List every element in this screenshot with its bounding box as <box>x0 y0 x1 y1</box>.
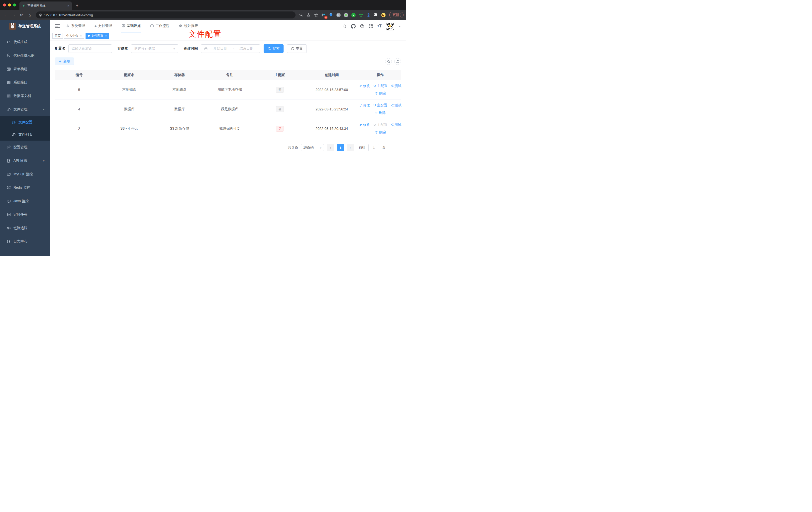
prev-page-button[interactable]: ‹ <box>327 144 334 151</box>
master-link[interactable]: 主配置 <box>373 103 387 108</box>
sidebar-item-log-center[interactable]: 日志中心 <box>0 235 50 248</box>
sidebar-item-form-builder[interactable]: 表单构建 <box>0 62 50 76</box>
refresh-table-button[interactable] <box>394 58 401 65</box>
close-icon[interactable]: ✕ <box>105 34 107 37</box>
sidebar-item-java-monitor[interactable]: Java 监控 <box>0 194 50 208</box>
profile-avatar-emoji[interactable] <box>381 12 386 18</box>
sidebar-item-file-mgmt[interactable]: 文件管理 ∧ <box>0 103 50 116</box>
github-icon[interactable] <box>351 24 356 29</box>
user-avatar-qr[interactable] <box>386 22 394 30</box>
next-page-button[interactable]: › <box>347 144 354 151</box>
extension-dot-icon[interactable] <box>343 12 348 18</box>
storage-select[interactable]: 请选择存储器 ∨ <box>131 44 178 53</box>
nav-item-pay[interactable]: ¥ 支付管理 <box>94 20 113 32</box>
close-tab-icon[interactable]: × <box>67 4 69 8</box>
magnet-icon <box>373 104 376 107</box>
nav-item-label: 支付管理 <box>98 24 112 28</box>
extension-y-icon[interactable]: y <box>351 12 356 18</box>
collapse-sidebar-icon[interactable] <box>55 24 60 28</box>
search-icon[interactable] <box>342 24 347 28</box>
avatar-dropdown-caret-icon[interactable] <box>399 26 401 28</box>
sidebar-item-mysql-monitor[interactable]: MySQL 监控 <box>0 168 50 181</box>
delete-link[interactable]: 删除 <box>375 91 386 96</box>
sidebar-item-config-mgmt[interactable]: 配置管理 <box>0 141 50 154</box>
fullscreen-icon[interactable] <box>369 24 373 28</box>
sidebar-item-api-log[interactable]: API 日志 ∨ <box>0 154 50 168</box>
app-logo-row[interactable]: 芋道管理系统 <box>0 20 50 32</box>
site-info-icon[interactable] <box>39 13 42 17</box>
browser-chrome: 芋道管理系统 × + ← → ⟳ ⌂ 127.0.0.1:1024/infra/… <box>0 0 406 20</box>
forward-button[interactable]: → <box>10 13 17 17</box>
extension-tabs-icon[interactable]: 11 <box>321 12 326 18</box>
nav-item-infra[interactable]: 基础设施 <box>121 20 141 32</box>
sidebar-item-code-demo[interactable]: 代码生成示例 <box>0 49 50 62</box>
sidebar-item-file-list[interactable]: 文件列表 <box>0 128 50 141</box>
sidebar-item-redis-monitor[interactable]: Redis 监控 <box>0 181 50 194</box>
page-size-select[interactable]: 10条/页 ∨ <box>301 144 324 151</box>
back-button[interactable]: ← <box>2 13 9 17</box>
app-frame: 芋道管理系统 代码生成 代码生成示例 表单构建 系统接口 <box>0 20 406 256</box>
zoom-window-button[interactable] <box>13 3 16 6</box>
edit-link[interactable]: 修改 <box>359 103 370 108</box>
close-window-button[interactable] <box>3 3 6 6</box>
extension-star-icon[interactable] <box>358 12 364 18</box>
edit-link[interactable]: 修改 <box>359 84 370 88</box>
sidebar-item-file-config[interactable]: 文件配置 <box>0 116 50 128</box>
master-link[interactable]: 主配置 <box>373 84 387 88</box>
reset-button[interactable]: 重置 <box>287 44 307 53</box>
new-tab-button[interactable]: + <box>72 3 83 10</box>
search-button[interactable]: 搜索 <box>264 44 284 53</box>
extension-eye-icon[interactable] <box>366 12 371 18</box>
page-tab-profile[interactable]: 个人中心 ✕ <box>64 33 84 39</box>
chrome-update-button[interactable]: 更新 <box>389 12 404 18</box>
master-tag: 否 <box>276 106 284 112</box>
row-actions: 修改 主配置 测试 删除 <box>359 84 401 96</box>
password-key-icon[interactable] <box>298 12 303 18</box>
delete-link[interactable]: 删除 <box>375 130 386 134</box>
test-link[interactable]: 测试 <box>390 84 402 88</box>
extensions-puzzle-icon[interactable] <box>373 12 378 18</box>
reload-button[interactable]: ⟳ <box>19 13 25 17</box>
page-number-current[interactable]: 1 <box>337 144 344 151</box>
close-icon[interactable]: ✕ <box>80 34 82 37</box>
nav-item-workflow[interactable]: 工作流程 <box>150 20 170 32</box>
bookmark-star-icon[interactable] <box>314 12 318 18</box>
goto-page-input[interactable] <box>368 144 379 151</box>
search-button-label: 搜索 <box>272 47 280 51</box>
config-name-input[interactable] <box>71 47 109 51</box>
extension-command-icon[interactable]: ⌘ <box>336 12 341 18</box>
date-range-picker[interactable]: 开始日期 - 结束日期 <box>201 44 260 53</box>
end-date-placeholder[interactable]: 结束日期 <box>236 47 257 51</box>
sidebar-item-system-api[interactable]: 系统接口 <box>0 76 50 89</box>
address-bar[interactable]: 127.0.0.1:1024/infra/file/file-config <box>36 11 295 19</box>
delete-link[interactable]: 删除 <box>375 111 386 115</box>
browser-tabstrip: 芋道管理系统 × + <box>0 0 406 10</box>
chrome-menu-icon[interactable] <box>401 13 401 17</box>
extension-badge: 11 <box>324 16 327 19</box>
add-button[interactable]: 新增 <box>55 58 74 65</box>
date-range-separator: - <box>233 47 234 51</box>
show-search-button[interactable] <box>385 58 392 65</box>
sidebar-item-scheduled-task[interactable]: 定时任务 <box>0 208 50 221</box>
extension-gem-icon[interactable] <box>328 12 334 18</box>
share-icon[interactable] <box>306 12 311 18</box>
page-tab-file-config[interactable]: 文件配置 ✕ <box>86 33 109 39</box>
edit-link[interactable]: 修改 <box>359 123 370 127</box>
home-button[interactable]: ⌂ <box>26 13 33 17</box>
sidebar-item-code-gen[interactable]: 代码生成 <box>0 35 50 49</box>
test-link[interactable]: 测试 <box>390 103 402 108</box>
start-date-placeholder[interactable]: 开始日期 <box>210 47 231 51</box>
sidebar-item-trace[interactable]: 链路追踪 <box>0 221 50 235</box>
browser-tab[interactable]: 芋道管理系统 × <box>20 1 72 10</box>
minimize-window-button[interactable] <box>8 3 11 6</box>
trash-icon <box>375 111 378 114</box>
page-tab-home[interactable]: 首页 <box>52 33 63 39</box>
col-header-remark: 备注 <box>204 73 256 77</box>
test-link[interactable]: 测试 <box>390 123 402 127</box>
nav-item-system[interactable]: 系统管理 <box>65 20 86 32</box>
font-size-icon[interactable]: TT <box>377 24 382 28</box>
window-controls[interactable] <box>0 0 20 10</box>
pagination: 共 3 条 10条/页 ∨ ‹ 1 › 前往 页 <box>55 144 401 151</box>
sidebar-item-db-doc[interactable]: 数据库文档 <box>0 89 50 103</box>
help-icon[interactable] <box>360 24 364 28</box>
